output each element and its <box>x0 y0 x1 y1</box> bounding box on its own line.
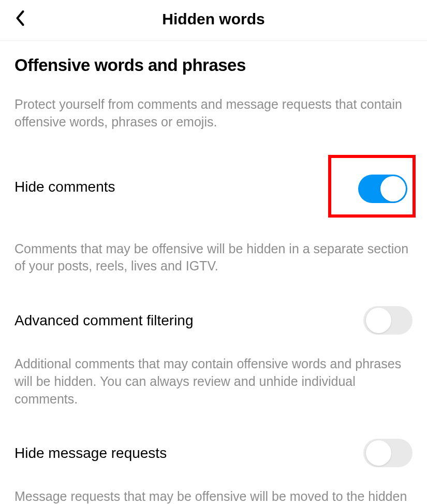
setting-row: Hide comments <box>14 155 413 220</box>
setting-hide-message-requests: Hide message requests Message requests t… <box>14 439 413 504</box>
setting-description: Message requests that may be offensive w… <box>14 488 413 504</box>
highlight-annotation <box>328 155 416 218</box>
toggle-knob <box>380 176 406 201</box>
setting-row: Hide message requests <box>14 439 413 467</box>
back-button[interactable] <box>11 9 29 27</box>
advanced-filtering-toggle[interactable] <box>363 306 413 335</box>
setting-label: Hide comments <box>14 179 115 195</box>
chevron-left-icon <box>14 9 26 27</box>
setting-description: Additional comments that may contain off… <box>14 355 413 408</box>
hide-message-requests-toggle[interactable] <box>363 439 413 467</box>
setting-label: Advanced comment filtering <box>14 312 194 329</box>
content-area: Offensive words and phrases Protect your… <box>0 41 427 504</box>
section-title: Offensive words and phrases <box>14 55 413 75</box>
page-header: Hidden words <box>0 0 427 41</box>
section-description: Protect yourself from comments and messa… <box>14 96 413 131</box>
hide-comments-toggle[interactable] <box>358 175 407 203</box>
toggle-knob <box>366 440 391 466</box>
setting-row: Advanced comment filtering <box>14 306 413 335</box>
setting-description: Comments that may be offensive will be h… <box>14 240 413 276</box>
setting-advanced-filtering: Advanced comment filtering Additional co… <box>14 306 413 408</box>
page-title: Hidden words <box>162 10 264 28</box>
setting-label: Hide message requests <box>14 445 167 462</box>
toggle-knob <box>366 308 391 333</box>
setting-hide-comments: Hide comments Comments that may be offen… <box>14 155 413 276</box>
